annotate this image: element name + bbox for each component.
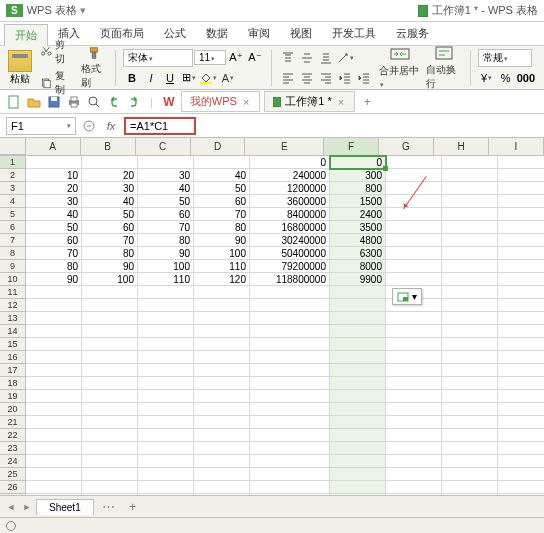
cell[interactable] (442, 325, 498, 338)
row-header[interactable]: 8 (0, 247, 26, 260)
cell[interactable]: 10 (26, 169, 82, 182)
cell[interactable] (82, 442, 138, 455)
cell[interactable] (330, 338, 386, 351)
row-header[interactable]: 16 (0, 351, 26, 364)
cell[interactable]: 79200000 (250, 260, 330, 273)
cell[interactable] (442, 260, 498, 273)
row-header[interactable]: 24 (0, 455, 26, 468)
cell[interactable] (194, 299, 250, 312)
cell[interactable] (250, 442, 330, 455)
cell[interactable]: 16800000 (250, 221, 330, 234)
cell[interactable] (498, 156, 544, 169)
cell[interactable]: 8400000 (250, 208, 330, 221)
cell[interactable] (386, 273, 442, 286)
col-header-G[interactable]: G (379, 138, 434, 155)
add-sheet-plus-button[interactable]: + (123, 499, 143, 514)
format-painter-button[interactable]: 格式刷 (79, 45, 110, 91)
cell[interactable] (386, 468, 442, 481)
menu-公式[interactable]: 公式 (154, 23, 196, 44)
row-header[interactable]: 12 (0, 299, 26, 312)
cell[interactable] (498, 195, 544, 208)
row-header[interactable]: 20 (0, 403, 26, 416)
cell[interactable] (138, 390, 194, 403)
currency-button[interactable]: ¥▾ (478, 69, 496, 87)
align-bottom-button[interactable] (317, 49, 335, 67)
new-doc-button[interactable] (6, 94, 22, 110)
cell[interactable]: 80 (138, 234, 194, 247)
cell[interactable] (250, 286, 330, 299)
cell[interactable] (194, 455, 250, 468)
cell[interactable] (386, 429, 442, 442)
wrap-text-button[interactable]: 自动换行 (424, 44, 465, 92)
cell[interactable]: 100 (194, 247, 250, 260)
cell[interactable] (82, 455, 138, 468)
cell[interactable] (386, 234, 442, 247)
cell[interactable]: 4800 (330, 234, 386, 247)
cell[interactable] (442, 169, 498, 182)
col-header-B[interactable]: B (81, 138, 136, 155)
row-header[interactable]: 7 (0, 234, 26, 247)
cell[interactable] (442, 247, 498, 260)
cell[interactable] (442, 182, 498, 195)
cell[interactable] (386, 338, 442, 351)
cell[interactable]: 120 (194, 273, 250, 286)
app-menu-dropdown[interactable]: ▾ (80, 4, 86, 17)
cell[interactable] (82, 481, 138, 494)
cell[interactable] (442, 377, 498, 390)
cell[interactable] (330, 351, 386, 364)
cell[interactable] (26, 299, 82, 312)
row-header[interactable]: 4 (0, 195, 26, 208)
cell[interactable] (250, 338, 330, 351)
cell[interactable] (250, 351, 330, 364)
cell[interactable] (330, 403, 386, 416)
cell[interactable] (386, 377, 442, 390)
cell[interactable] (250, 364, 330, 377)
cell[interactable]: 2400 (330, 208, 386, 221)
cell[interactable] (386, 247, 442, 260)
formula-input[interactable]: =A1*C1 (124, 117, 196, 135)
name-box[interactable]: F1▾ (6, 117, 76, 135)
cell[interactable] (386, 312, 442, 325)
cell[interactable]: 1500 (330, 195, 386, 208)
cell[interactable] (138, 156, 194, 169)
cell[interactable] (386, 208, 442, 221)
cell[interactable]: 60 (26, 234, 82, 247)
cell[interactable]: 20 (82, 169, 138, 182)
cell[interactable] (498, 312, 544, 325)
cell[interactable] (498, 273, 544, 286)
cell[interactable] (82, 312, 138, 325)
cell[interactable]: 30 (82, 182, 138, 195)
cell[interactable] (498, 390, 544, 403)
cell[interactable] (194, 156, 250, 169)
cell[interactable]: 0 (330, 156, 386, 169)
cell[interactable] (442, 312, 498, 325)
cell[interactable] (194, 468, 250, 481)
col-header-D[interactable]: D (191, 138, 246, 155)
cell[interactable] (498, 286, 544, 299)
font-size-select[interactable]: 11▾ (194, 50, 226, 65)
cell[interactable] (498, 260, 544, 273)
row-header[interactable]: 17 (0, 364, 26, 377)
cell[interactable] (250, 468, 330, 481)
cell[interactable] (250, 299, 330, 312)
cell[interactable] (250, 403, 330, 416)
underline-button[interactable]: U (161, 69, 179, 87)
cell[interactable] (330, 390, 386, 403)
cell[interactable] (442, 286, 498, 299)
print-preview-button[interactable] (86, 94, 102, 110)
paste-button[interactable]: 粘贴 (6, 48, 34, 88)
open-button[interactable] (26, 94, 42, 110)
cell[interactable] (386, 416, 442, 429)
row-header[interactable]: 9 (0, 260, 26, 273)
cell[interactable] (386, 169, 442, 182)
cell[interactable] (26, 286, 82, 299)
cell[interactable] (386, 325, 442, 338)
orientation-button[interactable]: ▾ (336, 49, 355, 67)
col-header-H[interactable]: H (434, 138, 489, 155)
cell[interactable] (498, 299, 544, 312)
cell[interactable] (498, 468, 544, 481)
cell[interactable] (330, 364, 386, 377)
cell[interactable] (386, 390, 442, 403)
bold-button[interactable]: B (123, 69, 141, 87)
row-header[interactable]: 23 (0, 442, 26, 455)
